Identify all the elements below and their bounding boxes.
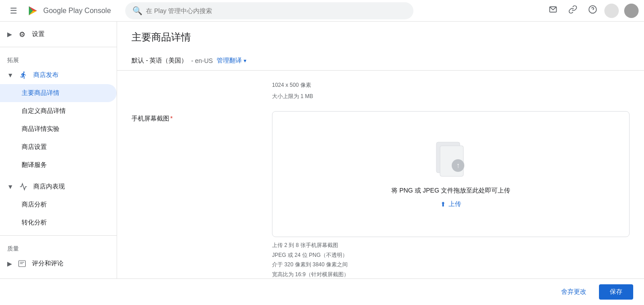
screenshot-label: 手机屏幕截图* <box>132 115 172 122</box>
upload-zone[interactable]: ↑ 将 PNG 或 JPEG 文件拖放至此处即可上传 ⬆ 上传 <box>272 111 630 237</box>
lang-default-label: 默认 - 英语（美国） <box>132 57 187 65</box>
notifications-button[interactable] <box>545 3 561 19</box>
manage-translation-label: 管理翻译 <box>217 57 242 65</box>
chevron-down-icon: ▼ <box>7 72 14 79</box>
screenshot-row: 手机屏幕截图* ↑ <box>132 111 630 278</box>
form-section: 1024 x 500 像素 大小上限为 1 MB 手机屏幕截图* <box>117 71 644 278</box>
sidebar-item-store-performance[interactable]: ▼ 商店内表现 <box>0 178 117 196</box>
divider-2 <box>0 235 117 236</box>
image-size-limit: 大小上限为 1 MB <box>272 93 630 100</box>
topbar: ☰ Google Play Console 🔍 <box>0 0 644 22</box>
upload-button[interactable]: ⬆ 上传 <box>440 200 461 208</box>
image-info-row: 1024 x 500 像素 大小上限为 1 MB <box>132 81 630 104</box>
form-label-col-empty <box>132 81 258 104</box>
help-button[interactable] <box>585 3 601 19</box>
sidebar-item-performance-label: 商店内表现 <box>33 183 65 191</box>
sidebar-sub-item-label-conversion: 转化分析 <box>22 219 47 227</box>
dropdown-icon: ▾ <box>244 58 246 64</box>
lang-sep: - en-US <box>191 57 213 64</box>
sidebar-sub-item-label-custom: 自定义商品详情 <box>22 107 66 115</box>
store-publish-icon <box>19 71 28 80</box>
chevron-right-icon: ▶ <box>7 31 12 38</box>
req-ratio: 宽高比为 16:9（针对横屏截图） <box>272 270 630 278</box>
upload-count-info: 上传 2 到 8 张手机屏幕截图 <box>272 241 630 251</box>
sidebar-item-product-experiment[interactable]: 商品详情实验 <box>0 120 117 138</box>
req-format: JPEG 或 24 位 PNG（不透明） <box>272 251 630 260</box>
performance-icon <box>19 182 28 191</box>
image-size-info: 1024 x 500 像素 <box>272 81 630 89</box>
file-upload-icon: ↑ <box>435 140 467 178</box>
avatar[interactable] <box>624 4 639 18</box>
required-mark: * <box>170 115 172 122</box>
settings-icon: ⚙ <box>18 30 27 39</box>
sidebar-item-rating-review[interactable]: ▶ 评分和评论 <box>0 255 117 273</box>
link-button[interactable] <box>565 3 581 19</box>
rating-icon <box>18 259 27 268</box>
upload-icon-wrapper: ↑ <box>435 140 467 179</box>
main-layout: ▶ ⚙ 设置 拓展 ▼ 商店发布 主要商品详情 自定义商品详情 商品详情实验 商… <box>0 22 644 278</box>
avatar-placeholder[interactable] <box>604 4 619 18</box>
sidebar-item-translation-service[interactable]: 翻译服务 <box>0 156 117 174</box>
chevron-right-icon-2: ▶ <box>7 260 12 267</box>
play-logo-icon <box>25 4 40 18</box>
section-quality-label: 质量 <box>0 239 117 255</box>
link-icon <box>568 5 577 16</box>
chevron-down-icon-2: ▼ <box>7 183 14 190</box>
screenshot-label-col: 手机屏幕截图* <box>132 111 258 278</box>
menu-button[interactable]: ☰ <box>5 3 22 19</box>
bottom-bar: 舍弃更改 保存 <box>0 278 644 305</box>
sidebar-item-main-product-detail[interactable]: 主要商品详情 <box>0 84 117 102</box>
sidebar-item-store-publish[interactable]: ▼ 商店发布 <box>0 66 117 84</box>
lang-bar: 默认 - 英语（美国） - en-US 管理翻译 ▾ <box>117 51 644 71</box>
manage-translation-link[interactable]: 管理翻译 ▾ <box>217 57 246 65</box>
content-area: 主要商品详情 默认 - 英语（美国） - en-US 管理翻译 ▾ 1024 x… <box>117 22 644 278</box>
image-info-col: 1024 x 500 像素 大小上限为 1 MB <box>272 81 630 104</box>
page-title: 主要商品详情 <box>132 31 630 44</box>
upload-hint: 将 PNG 或 JPEG 文件拖放至此处即可上传 <box>391 187 510 195</box>
app-logo[interactable]: Google Play Console <box>25 4 111 18</box>
divider <box>0 47 117 47</box>
sidebar-sub-item-label-store-analysis: 商店分析 <box>22 201 47 209</box>
menu-icon: ☰ <box>10 6 17 16</box>
sidebar-item-settings[interactable]: ▶ ⚙ 设置 <box>0 25 117 43</box>
sidebar-item-store-publish-label: 商店发布 <box>33 71 59 79</box>
sidebar-sub-item-label-translation: 翻译服务 <box>22 161 47 169</box>
search-input[interactable] <box>146 7 406 14</box>
content-header: 主要商品详情 <box>117 22 644 51</box>
sidebar-item-settings-label: 设置 <box>32 30 45 38</box>
discard-button[interactable]: 舍弃更改 <box>554 284 594 300</box>
search-container: 🔍 <box>125 2 413 19</box>
topbar-actions <box>545 3 639 19</box>
svg-text:↑: ↑ <box>456 161 460 169</box>
notifications-icon <box>549 5 558 16</box>
sidebar-item-store-settings[interactable]: 商店设置 <box>0 138 117 156</box>
req-size: 介于 320 像素到 3840 像素之间 <box>272 260 630 270</box>
sidebar-item-conversion-analysis[interactable]: 转化分析 <box>0 214 117 232</box>
sidebar-sub-item-label-experiment: 商品详情实验 <box>22 125 59 133</box>
app-title: Google Play Console <box>43 7 111 15</box>
help-icon <box>588 5 597 16</box>
sidebar-item-custom-product-detail[interactable]: 自定义商品详情 <box>0 102 117 120</box>
sidebar-sub-item-label-store-settings: 商店设置 <box>22 143 47 151</box>
section-expand-label: 拓展 <box>0 51 117 66</box>
save-button[interactable]: 保存 <box>599 284 633 300</box>
sidebar: ▶ ⚙ 设置 拓展 ▼ 商店发布 主要商品详情 自定义商品详情 商品详情实验 商… <box>0 22 117 278</box>
upload-arrow-icon: ⬆ <box>440 201 446 208</box>
sidebar-sub-item-label-main: 主要商品详情 <box>22 89 59 97</box>
screenshot-input-col: ↑ 将 PNG 或 JPEG 文件拖放至此处即可上传 ⬆ 上传 上传 2 到 8… <box>272 111 630 278</box>
upload-requirements: 上传 2 到 8 张手机屏幕截图 JPEG 或 24 位 PNG（不透明） 介于… <box>272 241 630 278</box>
upload-button-label: 上传 <box>449 200 461 208</box>
sidebar-item-store-analysis[interactable]: 商店分析 <box>0 196 117 214</box>
sidebar-item-rating-label: 评分和评论 <box>32 260 63 268</box>
search-icon: 🔍 <box>132 6 142 16</box>
